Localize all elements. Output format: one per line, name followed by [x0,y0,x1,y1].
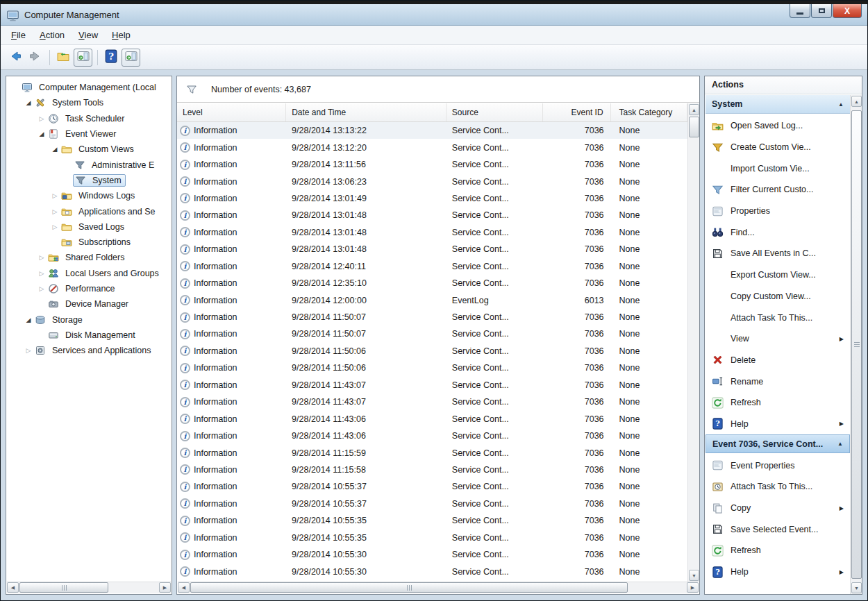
action-copy-custom-view[interactable]: Copy Custom View... [706,286,850,307]
forward-button[interactable] [26,49,44,67]
menu-file[interactable]: File [4,27,33,43]
expand-arrow-icon[interactable]: ▷ [50,208,60,215]
tree-item-storage[interactable]: ◢Storage [8,312,170,327]
menu-view[interactable]: View [72,27,105,43]
back-button[interactable] [6,49,24,67]
expand-arrow-icon[interactable]: ▷ [50,223,60,230]
expand-arrow-icon[interactable]: ▷ [24,347,33,354]
action-create-custom-vie[interactable]: Create Custom Vie... [706,137,850,158]
collapse-arrow-icon[interactable]: ◢ [50,146,60,153]
scroll-left-button[interactable]: ◀ [7,582,19,593]
expand-arrow-icon[interactable]: ▷ [37,270,47,277]
action-attach-task-to-this[interactable]: Attach Task To This... [706,476,850,498]
scroll-thumb[interactable] [190,582,628,593]
event-row[interactable]: iInformation9/28/2014 10:55:35Service Co… [177,512,687,529]
event-row[interactable]: iInformation9/28/2014 13:01:48Service Co… [177,241,687,257]
event-row[interactable]: iInformation9/28/2014 13:01:48Service Co… [177,207,687,223]
action-rename[interactable]: Rename [706,371,850,392]
scroll-right-button[interactable]: ▶ [687,582,699,593]
tree-item-device-manager[interactable]: Device Manager [8,296,170,312]
tree-item-disk-management[interactable]: Disk Management [8,328,170,343]
event-row[interactable]: iInformation9/28/2014 13:12:20Service Co… [177,139,687,155]
tree-item-system-tools[interactable]: ◢System Tools [8,95,170,110]
tree-item-services-and-applications[interactable]: ▷Services and Applications [8,343,170,358]
event-row[interactable]: iInformation9/28/2014 11:43:06Service Co… [177,428,687,444]
event-row[interactable]: iInformation9/28/2014 12:35:10Service Co… [177,275,687,291]
menu-action[interactable]: Action [33,27,72,43]
tree-item-local-users-and-groups[interactable]: ▷Local Users and Groups [8,266,170,281]
column-header-level[interactable]: Level [177,103,286,121]
event-row[interactable]: iInformation9/28/2014 11:43:06Service Co… [177,410,687,427]
tree-item-performance[interactable]: ▷Performance [8,281,170,296]
collapse-arrow-icon[interactable]: ◢ [24,316,33,323]
event-row[interactable]: iInformation9/28/2014 11:43:07Service Co… [177,393,687,410]
scroll-right-button[interactable]: ▶ [159,582,171,593]
event-row[interactable]: iInformation9/28/2014 13:11:56Service Co… [177,156,687,173]
show-action-pane-toggle-button[interactable] [122,49,140,67]
scroll-thumb[interactable] [851,110,862,579]
tree-item-administrative-e[interactable]: Administrative E [8,157,170,172]
action-save-selected-event[interactable]: Save Selected Event... [706,518,850,540]
event-row[interactable]: iInformation9/28/2014 11:50:06Service Co… [177,343,687,359]
column-header-source[interactable]: Source [446,103,543,121]
event-row[interactable]: iInformation9/28/2014 12:40:11Service Co… [177,258,687,275]
column-header-task-category[interactable]: Task Category [611,103,687,121]
tree-item-computer-management-local[interactable]: Computer Management (Local [8,80,170,95]
event-row[interactable]: iInformation9/28/2014 10:55:35Service Co… [177,530,687,546]
event-row[interactable]: iInformation9/28/2014 10:55:30Service Co… [177,546,687,563]
action-help[interactable]: ?Help▶ [706,561,850,583]
actions-vertical-scrollbar[interactable]: ▲ ▼ [850,95,862,594]
event-row[interactable]: iInformation9/28/2014 11:50:07Service Co… [177,309,687,325]
action-open-saved-log[interactable]: Open Saved Log... [706,115,850,137]
tree-item-applications-and-se[interactable]: ▷Applications and Se [8,203,170,219]
show-console-tree-button[interactable] [53,49,72,67]
action-event-properties[interactable]: Event Properties [706,455,850,476]
action-save-all-events-in-c[interactable]: Save All Events in C... [706,243,850,264]
expand-arrow-icon[interactable]: ▷ [37,285,47,292]
tree-item-shared-folders[interactable]: ▷Shared Folders [8,250,170,265]
event-row[interactable]: iInformation9/28/2014 13:13:22Service Co… [177,122,687,139]
action-export-custom-view[interactable]: Export Custom View... [706,264,850,286]
menu-help[interactable]: Help [105,27,137,43]
action-copy[interactable]: Copy▶ [706,498,850,519]
tree-item-event-viewer[interactable]: ◢Event Viewer [8,126,170,142]
action-refresh[interactable]: Refresh [706,540,850,561]
maximize-button[interactable] [811,4,832,18]
event-row[interactable]: iInformation9/28/2014 11:15:59Service Co… [177,444,687,461]
scroll-thumb[interactable] [689,117,699,137]
tree-horizontal-scrollbar[interactable]: ◀ ▶ [7,582,171,593]
tree-item-saved-logs[interactable]: ▷Saved Logs [8,219,170,235]
event-row[interactable]: iInformation9/28/2014 11:15:58Service Co… [177,462,687,478]
action-import-custom-vie[interactable]: Import Custom Vie... [706,158,850,179]
event-row[interactable]: iInformation9/28/2014 10:55:37Service Co… [177,478,687,495]
scroll-left-button[interactable]: ◀ [178,582,190,593]
collapse-chevron-icon[interactable]: ▲ [837,441,843,447]
event-row[interactable]: iInformation9/28/2014 11:50:07Service Co… [177,325,687,342]
scroll-down-button[interactable]: ▼ [851,582,862,593]
tree-item-subscriptions[interactable]: Subscriptions [8,235,170,250]
action-properties[interactable]: Properties [706,201,850,222]
collapse-arrow-icon[interactable]: ◢ [24,99,33,106]
action-view[interactable]: View▶ [706,328,850,350]
expand-arrow-icon[interactable]: ▷ [37,254,47,261]
tree-item-task-scheduler[interactable]: ▷Task Scheduler [8,111,170,126]
minimize-button[interactable] [790,4,810,18]
collapse-arrow-icon[interactable]: ◢ [37,130,47,137]
scroll-down-button[interactable]: ▼ [689,570,699,581]
scroll-up-button[interactable]: ▲ [851,96,862,107]
expand-arrow-icon[interactable]: ▷ [50,192,60,199]
action-filter-current-custo[interactable]: Filter Current Custo... [706,179,850,201]
event-row[interactable]: iInformation9/28/2014 11:50:06Service Co… [177,359,687,376]
event-row[interactable]: iInformation9/28/2014 11:43:07Service Co… [177,377,687,393]
actions-section-header[interactable]: System▲ [706,95,850,114]
column-header-date-and-time[interactable]: Date and Time [286,103,446,121]
collapse-chevron-icon[interactable]: ▲ [838,101,844,108]
expand-arrow-icon[interactable]: ▷ [37,115,47,122]
action-find[interactable]: Find... [706,221,850,243]
close-button[interactable]: X [833,4,862,18]
tree-item-custom-views[interactable]: ◢Custom Views [8,142,170,157]
event-row[interactable]: iInformation9/28/2014 13:01:48Service Co… [177,224,687,241]
list-horizontal-scrollbar[interactable]: ◀ ▶ [178,582,699,593]
actions-section-header[interactable]: Event 7036, Service Cont...▲ [706,434,850,453]
list-vertical-scrollbar[interactable]: ▲ ▼ [687,103,699,582]
